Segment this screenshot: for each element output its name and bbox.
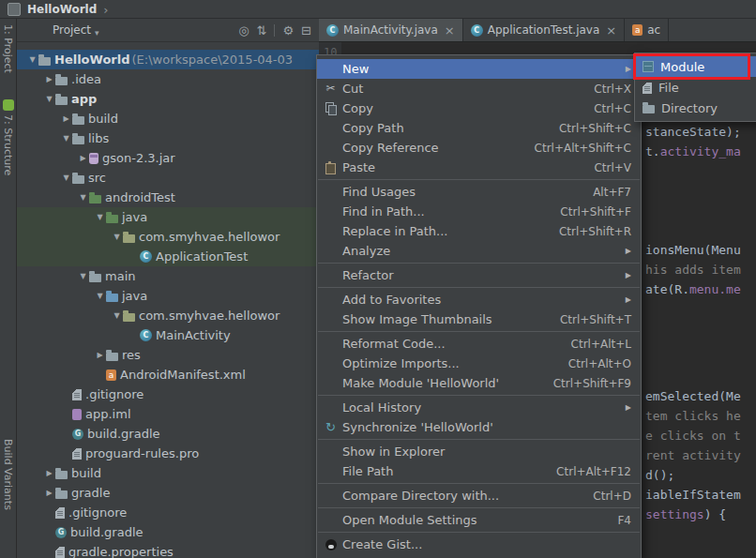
menu-item-show-in-explorer[interactable]: Show in Explorer [317, 442, 641, 461]
menu-icon-slot [322, 102, 340, 114]
menu-item-copy-reference[interactable]: Copy ReferenceCtrl+Alt+Shift+C [317, 138, 641, 158]
menu-item-find-usages[interactable]: Find UsagesAlt+F7 [317, 182, 641, 202]
menu-item-create-gist[interactable]: Create Gist... [317, 535, 641, 554]
submenu-item-label: File [658, 81, 679, 95]
menu-item-replace-in-path[interactable]: Replace in Path...Ctrl+Shift+R [317, 221, 641, 241]
tree-row-com-smyhvae-hellowor[interactable]: ▼com.smyhvae.hellowor [17, 306, 319, 325]
tree-row-build-gradle[interactable]: Gbuild.gradle [17, 424, 319, 444]
tree-row-proguard-rules-pro[interactable]: proguard-rules.pro [17, 444, 319, 463]
menu-item-compare-directory-with[interactable]: Compare Directory with...Ctrl+D [317, 486, 641, 505]
menu-item-paste[interactable]: PasteCtrl+V [317, 158, 641, 177]
menu-shortcut: Ctrl+Alt+F12 [556, 465, 631, 478]
hide-icon[interactable]: ⊟ [301, 24, 311, 37]
menu-item-refactor[interactable]: Refactor▶ [317, 265, 641, 285]
collapsed-arrow-icon[interactable]: ▶ [43, 489, 55, 497]
tab-applicationtest-java[interactable]: CApplicationTest.java× [463, 19, 626, 41]
tree-row-build[interactable]: ▶build [17, 109, 319, 128]
expanded-arrow-icon[interactable]: ▼ [111, 311, 123, 320]
menu-item-analyze[interactable]: Analyze▶ [317, 241, 641, 261]
menu-item-make-module-helloworld[interactable]: Make Module 'HelloWorld'Ctrl+Shift+F9 [317, 373, 641, 393]
tree-label: .gitignore [68, 505, 127, 520]
tree-row-app[interactable]: ▼app [17, 89, 319, 109]
tree-row-main[interactable]: ▼main [17, 266, 319, 286]
tree-row-res[interactable]: ▶res [17, 345, 319, 365]
tool-button-project[interactable]: 1: Project [2, 24, 14, 73]
settings-icon[interactable]: ⚙ [282, 24, 294, 37]
menu-item-label: Find in Path... [342, 204, 425, 219]
menu-icon-slot [322, 539, 340, 550]
tool-button-build-variants[interactable]: Build Variants [2, 439, 14, 510]
code-fragment: tem clicks he [645, 409, 741, 423]
tree-row-app-iml[interactable]: app.iml [17, 404, 319, 424]
tree-row-applicationtest[interactable]: CApplicationTest [17, 247, 319, 266]
expanded-arrow-icon[interactable]: ▼ [111, 233, 123, 241]
expanded-arrow-icon[interactable]: ▼ [94, 292, 106, 300]
tree-row-src[interactable]: ▼src [17, 168, 319, 188]
menu-item-file-path[interactable]: File PathCtrl+Alt+F12 [317, 461, 641, 481]
menu-item-show-image-thumbnails[interactable]: Show Image ThumbnailsCtrl+Shift+T [317, 309, 641, 329]
menu-item-label: Show in Explorer [342, 445, 445, 459]
menu-item-copy-path[interactable]: Copy PathCtrl+Shift+C [317, 118, 641, 138]
expanded-arrow-icon[interactable]: ▼ [77, 272, 89, 280]
collapsed-arrow-icon[interactable]: ▶ [43, 469, 55, 477]
collapse-all-icon[interactable]: ⇅ [257, 24, 267, 37]
expanded-arrow-icon[interactable]: ▼ [94, 213, 106, 221]
menu-item-add-to-favorites[interactable]: Add to Favorites▶ [317, 290, 641, 309]
tool-button-structure[interactable]: 7: Structure [2, 114, 14, 175]
tab-ac[interactable]: aac [625, 19, 669, 41]
close-icon[interactable]: × [606, 23, 616, 38]
tree-row-libs[interactable]: ▼libs [17, 128, 319, 148]
code-fragment: his adds item [645, 263, 741, 277]
menu-item-local-history[interactable]: Local History▶ [317, 398, 641, 417]
tree-row-androidmanifest-xml[interactable]: aAndroidManifest.xml [17, 365, 319, 385]
tab-mainactivity-java[interactable]: CMainActivity.java× [319, 19, 463, 41]
menu-icon-slot [322, 161, 340, 173]
collapsed-arrow-icon[interactable]: ▶ [43, 75, 55, 83]
tree-row-androidtest[interactable]: ▼androidTest [17, 188, 319, 207]
tree-row-build-gradle[interactable]: Gbuild.gradle [17, 522, 319, 542]
tree-row-java[interactable]: ▼java [17, 286, 319, 306]
project-view-selector[interactable]: Project [53, 23, 91, 37]
tree-row-java[interactable]: ▼java [17, 207, 319, 227]
submenu-item-file[interactable]: File [635, 77, 756, 98]
code-text: tem clicks he [645, 409, 741, 423]
menu-item-cut[interactable]: ✂CutCtrl+X [317, 79, 641, 98]
tree-row-build[interactable]: ▶build [17, 463, 319, 483]
tree-row-gitignore[interactable]: .gitignore [17, 503, 319, 522]
tree-label: app.iml [85, 407, 131, 421]
tree-row-mainactivity[interactable]: CMainActivity [17, 325, 319, 345]
expanded-arrow-icon[interactable]: ▼ [60, 173, 72, 182]
collapsed-arrow-icon[interactable]: ▶ [60, 114, 72, 123]
menu-item-copy[interactable]: CopyCtrl+C [317, 98, 641, 118]
tree-row-gitignore[interactable]: .gitignore [17, 385, 319, 404]
submenu-item-module[interactable]: Module [635, 56, 756, 77]
tree-row-com-smyhvae-hellowor[interactable]: ▼com.smyhvae.hellowor [17, 227, 319, 247]
tree-row-gradle-properties[interactable]: gradle.properties [17, 542, 319, 558]
menu-item-synchronize-helloworld[interactable]: ↻Synchronize 'HelloWorld' [317, 417, 641, 437]
expanded-arrow-icon[interactable]: ▼ [60, 134, 72, 143]
expanded-arrow-icon[interactable]: ▼ [77, 193, 89, 202]
menu-item-optimize-imports[interactable]: Optimize Imports...Ctrl+Alt+O [317, 354, 641, 373]
class-icon: C [326, 24, 339, 37]
tree-row-gradle[interactable]: ▶gradle [17, 483, 319, 503]
expanded-arrow-icon[interactable]: ▼ [43, 95, 55, 103]
locate-icon[interactable]: ◎ [238, 24, 249, 37]
code-text: ionsMenu(Menu [645, 243, 741, 257]
collapsed-arrow-icon[interactable]: ▶ [94, 351, 106, 359]
menu-item-find-in-path[interactable]: Find in Path...Ctrl+Shift+F [317, 202, 641, 221]
code-fragment: settings) { [645, 507, 726, 521]
tree-row-idea[interactable]: ▶.idea [17, 69, 319, 89]
submenu-item-directory[interactable]: Directory [635, 98, 756, 118]
tree-label: main [105, 269, 135, 283]
submenu-arrow-icon: ▶ [626, 65, 631, 73]
tree-label: .gitignore [85, 387, 144, 401]
menu-item-reformat-code[interactable]: Reformat Code...Ctrl+Alt+L [317, 334, 641, 354]
expanded-arrow-icon[interactable]: ▼ [26, 55, 38, 64]
menu-item-open-module-settings[interactable]: Open Module SettingsF4 [317, 510, 641, 530]
android-icon[interactable] [3, 99, 14, 111]
collapsed-arrow-icon[interactable]: ▶ [77, 154, 89, 162]
tree-row-gson-2-3-jar[interactable]: ▶gson-2.3.jar [17, 148, 319, 168]
menu-item-new[interactable]: New▶ [317, 59, 641, 79]
close-icon[interactable]: × [445, 23, 455, 38]
tree-row-helloworld[interactable]: ▼HelloWorld (E:\workspace\2015-04-03 [17, 50, 319, 69]
